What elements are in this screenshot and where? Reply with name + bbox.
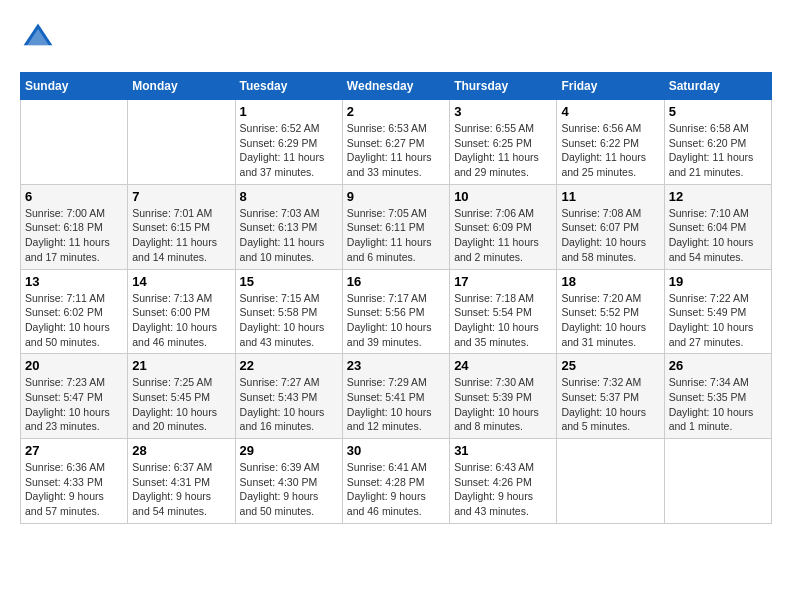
day-number: 11 (561, 189, 659, 204)
calendar-cell: 14Sunrise: 7:13 AM Sunset: 6:00 PM Dayli… (128, 269, 235, 354)
day-info: Sunrise: 7:06 AM Sunset: 6:09 PM Dayligh… (454, 206, 552, 265)
day-info: Sunrise: 7:15 AM Sunset: 5:58 PM Dayligh… (240, 291, 338, 350)
day-number: 12 (669, 189, 767, 204)
calendar-cell: 5Sunrise: 6:58 AM Sunset: 6:20 PM Daylig… (664, 100, 771, 185)
day-info: Sunrise: 7:17 AM Sunset: 5:56 PM Dayligh… (347, 291, 445, 350)
calendar-week-row: 1Sunrise: 6:52 AM Sunset: 6:29 PM Daylig… (21, 100, 772, 185)
day-info: Sunrise: 7:27 AM Sunset: 5:43 PM Dayligh… (240, 375, 338, 434)
calendar-cell: 28Sunrise: 6:37 AM Sunset: 4:31 PM Dayli… (128, 439, 235, 524)
day-number: 3 (454, 104, 552, 119)
day-number: 27 (25, 443, 123, 458)
calendar-week-row: 20Sunrise: 7:23 AM Sunset: 5:47 PM Dayli… (21, 354, 772, 439)
day-info: Sunrise: 7:11 AM Sunset: 6:02 PM Dayligh… (25, 291, 123, 350)
calendar-cell: 18Sunrise: 7:20 AM Sunset: 5:52 PM Dayli… (557, 269, 664, 354)
day-info: Sunrise: 7:22 AM Sunset: 5:49 PM Dayligh… (669, 291, 767, 350)
calendar-cell: 21Sunrise: 7:25 AM Sunset: 5:45 PM Dayli… (128, 354, 235, 439)
calendar-cell: 11Sunrise: 7:08 AM Sunset: 6:07 PM Dayli… (557, 184, 664, 269)
day-info: Sunrise: 7:05 AM Sunset: 6:11 PM Dayligh… (347, 206, 445, 265)
day-number: 28 (132, 443, 230, 458)
day-info: Sunrise: 6:37 AM Sunset: 4:31 PM Dayligh… (132, 460, 230, 519)
calendar-cell: 9Sunrise: 7:05 AM Sunset: 6:11 PM Daylig… (342, 184, 449, 269)
day-number: 24 (454, 358, 552, 373)
day-info: Sunrise: 6:56 AM Sunset: 6:22 PM Dayligh… (561, 121, 659, 180)
calendar-week-row: 6Sunrise: 7:00 AM Sunset: 6:18 PM Daylig… (21, 184, 772, 269)
calendar-cell: 10Sunrise: 7:06 AM Sunset: 6:09 PM Dayli… (450, 184, 557, 269)
day-number: 10 (454, 189, 552, 204)
day-number: 26 (669, 358, 767, 373)
day-number: 7 (132, 189, 230, 204)
calendar-header-monday: Monday (128, 73, 235, 100)
day-info: Sunrise: 6:41 AM Sunset: 4:28 PM Dayligh… (347, 460, 445, 519)
calendar-cell (128, 100, 235, 185)
calendar-header-sunday: Sunday (21, 73, 128, 100)
calendar-cell: 2Sunrise: 6:53 AM Sunset: 6:27 PM Daylig… (342, 100, 449, 185)
calendar-cell: 26Sunrise: 7:34 AM Sunset: 5:35 PM Dayli… (664, 354, 771, 439)
calendar-cell (664, 439, 771, 524)
calendar-header-row: SundayMondayTuesdayWednesdayThursdayFrid… (21, 73, 772, 100)
calendar-cell: 15Sunrise: 7:15 AM Sunset: 5:58 PM Dayli… (235, 269, 342, 354)
calendar-cell: 17Sunrise: 7:18 AM Sunset: 5:54 PM Dayli… (450, 269, 557, 354)
calendar-cell: 24Sunrise: 7:30 AM Sunset: 5:39 PM Dayli… (450, 354, 557, 439)
calendar-cell: 12Sunrise: 7:10 AM Sunset: 6:04 PM Dayli… (664, 184, 771, 269)
calendar-cell: 3Sunrise: 6:55 AM Sunset: 6:25 PM Daylig… (450, 100, 557, 185)
day-number: 29 (240, 443, 338, 458)
day-info: Sunrise: 7:32 AM Sunset: 5:37 PM Dayligh… (561, 375, 659, 434)
day-number: 4 (561, 104, 659, 119)
calendar-header-thursday: Thursday (450, 73, 557, 100)
calendar-cell: 30Sunrise: 6:41 AM Sunset: 4:28 PM Dayli… (342, 439, 449, 524)
day-info: Sunrise: 7:08 AM Sunset: 6:07 PM Dayligh… (561, 206, 659, 265)
day-info: Sunrise: 7:20 AM Sunset: 5:52 PM Dayligh… (561, 291, 659, 350)
day-info: Sunrise: 7:01 AM Sunset: 6:15 PM Dayligh… (132, 206, 230, 265)
calendar-cell: 25Sunrise: 7:32 AM Sunset: 5:37 PM Dayli… (557, 354, 664, 439)
calendar-cell: 20Sunrise: 7:23 AM Sunset: 5:47 PM Dayli… (21, 354, 128, 439)
calendar-header-tuesday: Tuesday (235, 73, 342, 100)
day-info: Sunrise: 7:34 AM Sunset: 5:35 PM Dayligh… (669, 375, 767, 434)
day-number: 14 (132, 274, 230, 289)
day-number: 5 (669, 104, 767, 119)
calendar-table: SundayMondayTuesdayWednesdayThursdayFrid… (20, 72, 772, 524)
day-number: 18 (561, 274, 659, 289)
day-number: 25 (561, 358, 659, 373)
day-number: 22 (240, 358, 338, 373)
day-info: Sunrise: 7:10 AM Sunset: 6:04 PM Dayligh… (669, 206, 767, 265)
day-info: Sunrise: 7:18 AM Sunset: 5:54 PM Dayligh… (454, 291, 552, 350)
calendar-cell: 29Sunrise: 6:39 AM Sunset: 4:30 PM Dayli… (235, 439, 342, 524)
day-number: 19 (669, 274, 767, 289)
calendar-week-row: 27Sunrise: 6:36 AM Sunset: 4:33 PM Dayli… (21, 439, 772, 524)
calendar-cell: 31Sunrise: 6:43 AM Sunset: 4:26 PM Dayli… (450, 439, 557, 524)
calendar-cell: 7Sunrise: 7:01 AM Sunset: 6:15 PM Daylig… (128, 184, 235, 269)
day-number: 1 (240, 104, 338, 119)
day-info: Sunrise: 7:03 AM Sunset: 6:13 PM Dayligh… (240, 206, 338, 265)
day-number: 6 (25, 189, 123, 204)
day-number: 9 (347, 189, 445, 204)
calendar-cell (21, 100, 128, 185)
calendar-cell: 22Sunrise: 7:27 AM Sunset: 5:43 PM Dayli… (235, 354, 342, 439)
calendar-header-saturday: Saturday (664, 73, 771, 100)
calendar-cell: 27Sunrise: 6:36 AM Sunset: 4:33 PM Dayli… (21, 439, 128, 524)
day-number: 21 (132, 358, 230, 373)
calendar-cell: 19Sunrise: 7:22 AM Sunset: 5:49 PM Dayli… (664, 269, 771, 354)
calendar-cell: 13Sunrise: 7:11 AM Sunset: 6:02 PM Dayli… (21, 269, 128, 354)
day-number: 8 (240, 189, 338, 204)
day-info: Sunrise: 6:58 AM Sunset: 6:20 PM Dayligh… (669, 121, 767, 180)
calendar-header-wednesday: Wednesday (342, 73, 449, 100)
header (20, 20, 772, 56)
calendar-cell: 1Sunrise: 6:52 AM Sunset: 6:29 PM Daylig… (235, 100, 342, 185)
day-number: 31 (454, 443, 552, 458)
day-info: Sunrise: 6:36 AM Sunset: 4:33 PM Dayligh… (25, 460, 123, 519)
calendar-header-friday: Friday (557, 73, 664, 100)
day-info: Sunrise: 6:53 AM Sunset: 6:27 PM Dayligh… (347, 121, 445, 180)
day-info: Sunrise: 7:29 AM Sunset: 5:41 PM Dayligh… (347, 375, 445, 434)
day-number: 15 (240, 274, 338, 289)
calendar-cell: 8Sunrise: 7:03 AM Sunset: 6:13 PM Daylig… (235, 184, 342, 269)
day-info: Sunrise: 7:13 AM Sunset: 6:00 PM Dayligh… (132, 291, 230, 350)
day-info: Sunrise: 6:52 AM Sunset: 6:29 PM Dayligh… (240, 121, 338, 180)
day-number: 2 (347, 104, 445, 119)
day-number: 16 (347, 274, 445, 289)
day-number: 30 (347, 443, 445, 458)
day-info: Sunrise: 7:00 AM Sunset: 6:18 PM Dayligh… (25, 206, 123, 265)
day-number: 20 (25, 358, 123, 373)
day-info: Sunrise: 7:30 AM Sunset: 5:39 PM Dayligh… (454, 375, 552, 434)
day-number: 17 (454, 274, 552, 289)
day-info: Sunrise: 6:43 AM Sunset: 4:26 PM Dayligh… (454, 460, 552, 519)
